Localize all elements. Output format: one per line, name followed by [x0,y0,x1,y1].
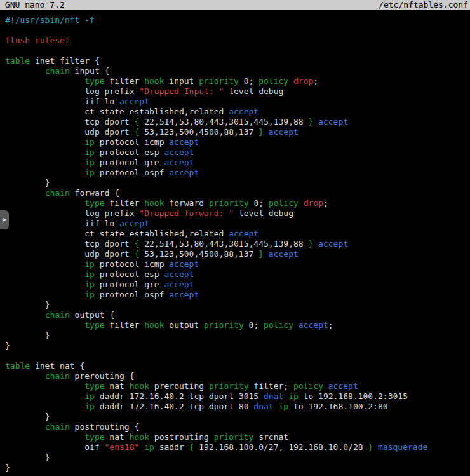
code-line: udp dport { 53,123,500,4500,88,137 } acc… [5,127,470,137]
code-token-plain [5,371,45,381]
code-token-danger: flush ruleset [5,36,70,45]
code-token-plain: 0; [239,76,258,86]
code-token-action: accept [119,97,149,106]
chevron-right-icon: ▶ [3,217,6,222]
code-line: chain output { [5,310,470,320]
code-token-plain: protocol gre [95,158,164,167]
code-line [5,46,470,56]
code-token-keyword: ip [278,402,288,411]
code-token-keyword: ip [84,280,95,289]
code-token-plain: ct state established,related [5,107,229,116]
code-token-action: accept [164,269,194,279]
code-line: tcp dport { 22,514,53,80,443,3015,445,13… [5,239,470,249]
code-token-keyword: type [84,381,104,391]
code-token-plain [5,168,84,177]
code-token-plain: iif lo [5,219,119,228]
code-line: ct state established,related accept [5,229,470,239]
code-token-plain: to 192.168.100.2:80 [288,402,388,411]
code-line: #!/usr/sbin/nft -f [5,15,470,25]
code-line: table inet filter { [5,56,470,66]
code-line: ip protocol icmp accept [5,137,470,147]
code-token-plain: forward { [70,188,119,198]
code-token-plain: input [164,76,199,86]
code-token-plain [5,147,84,157]
code-token-plain: } [5,178,50,187]
code-token-keyword: priority [204,320,244,330]
code-token-keyword: ip [288,391,299,401]
code-line: type filter hook output priority 0; poli… [5,320,470,330]
code-token-keyword: type [84,320,104,330]
code-token-keyword: type [84,198,104,208]
code-token-plain: level debug [224,86,283,96]
code-token-plain: 22,514,53,80,443,3015,445,139,88 [139,117,308,126]
code-token-plain: forward [164,198,208,208]
code-line: ip protocol esp accept [5,269,470,280]
code-token-keyword: ip [84,158,95,167]
code-token-keyword: type [84,76,104,86]
code-token-action: accept [164,147,194,157]
code-token-action: accept [169,168,199,177]
code-token-keyword: ip [84,259,95,269]
side-panel-toggle-button[interactable]: ▶ [0,210,9,229]
code-token-danger: "Dropped forward: " [139,208,234,218]
code-token-keyword: chain [45,66,70,76]
code-token-plain: protocol esp [95,269,164,279]
code-token-plain: log prefix [5,86,139,96]
code-token-plain: to 192.168.100.2:3015 [299,391,408,401]
code-token-plain: 0; [249,198,269,208]
code-line: udp dport { 53,123,500,4500,88,137 } acc… [5,249,470,259]
code-line: table inet nat { [5,361,470,371]
code-token-action: accept [164,158,194,167]
code-token-plain: } [5,412,50,421]
code-token-plain [139,442,144,452]
code-token-plain: protocol icmp [95,259,169,269]
code-line: iif lo accept [5,219,470,229]
code-token-plain [264,127,269,137]
code-token-plain: filter; [249,381,293,391]
code-line: ct state established,related accept [5,107,470,117]
code-token-plain: log prefix [5,208,139,218]
code-token-keyword: hook [130,432,149,442]
code-token-action: accept [169,137,199,147]
code-token-plain [5,290,84,299]
code-token-action: accept [164,280,194,289]
code-line: ip protocol ospf accept [5,168,470,178]
code-line: ip protocol gre accept [5,158,470,168]
code-token-plain: protocol gre [95,280,164,289]
code-token-plain: ; [323,198,328,208]
code-token-plain: nat [105,432,130,442]
code-token-plain: filter [105,76,145,86]
editor-area[interactable]: #!/usr/sbin/nft -fflush rulesettable ine… [0,10,470,476]
code-token-keyword: policy [269,198,299,208]
code-token-keyword: ip [84,168,95,177]
code-token-keyword: priority [209,198,249,208]
code-token-plain [5,259,84,269]
code-token-plain: 0; [244,320,264,330]
code-token-action: accept [269,127,299,137]
code-line: tcp dport { 22,514,53,80,443,3015,445,13… [5,117,470,127]
code-token-plain [5,310,45,320]
code-line: ip daddr 172.16.40.2 tcp dport 80 dnat i… [5,402,470,412]
code-token-keyword: hook [144,320,164,330]
code-token-danger: "ens18" [105,442,140,452]
code-line: ip protocol ospf accept [5,290,470,300]
code-token-plain [5,391,84,401]
code-token-plain: output [164,320,204,330]
code-token-action: accept [269,249,299,259]
code-token-plain [264,249,269,259]
code-token-plain [283,391,288,401]
code-token-plain: tcp dport [5,117,135,126]
code-token-keyword: ip [84,391,95,401]
code-token-plain: postrouting { [70,422,140,432]
code-token-plain: } [5,341,10,350]
code-token-plain [5,402,84,411]
code-token-action: accept [229,229,258,238]
code-line: type filter hook forward priority 0; pol… [5,198,470,208]
code-token-keyword: chain [45,422,70,432]
code-token-plain [5,198,84,208]
code-token-keyword: type [84,432,104,442]
code-token-plain: prerouting { [70,371,135,381]
code-token-plain [5,422,45,432]
code-token-danger: "Dropped Input: " [139,86,224,96]
code-token-keyword: ip [84,402,95,411]
